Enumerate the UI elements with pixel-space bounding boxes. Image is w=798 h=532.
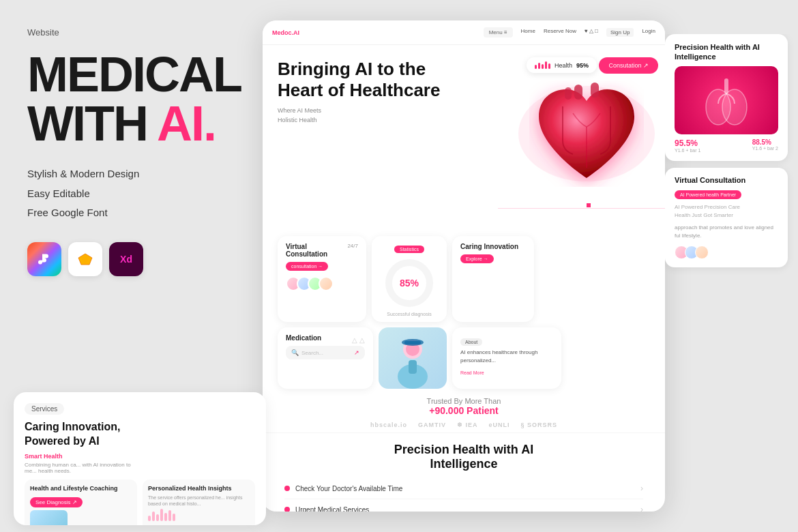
personalized-health-card: Personalized Health Insights The service… [143,479,255,525]
stat-label: Successful diagnosis [379,312,440,316]
search-placeholder: Search... [301,350,323,356]
brand-logo-2: GAMTIV [418,422,446,428]
right-avatar-3 [695,246,709,259]
features-list: Stylish & Modern Design Easy Editable Fr… [27,164,239,223]
stat-row: 95.5% Y1.6 + bar 1 88.5% Y1.6 + bar 2 [675,138,778,153]
stat-label-2: Y1.6 + bar 2 [752,146,778,151]
hero-section: Bringing AI to the Heart of Healthcare W… [263,45,665,229]
feature-item-2: Easy Editable [27,184,239,204]
doctor-image-card [379,327,447,389]
virtual-consultation-card: Virtual Consultation 24/7 consultation → [278,236,366,322]
avatar-4 [319,276,334,291]
tools-row: Xd [27,242,239,276]
precision-title: Precision Health with AI Intelligence [278,443,650,471]
precision-section: Precision Health with AI Intelligence Ch… [263,432,665,512]
website-label: Website [27,27,239,38]
vc-badge: 24/7 [347,243,358,249]
right-panel: Precision Health with AI Intelligence 95… [665,34,798,498]
trusted-section: Trusted By More Than +90.000 Patient hbs… [263,389,665,432]
precision-item-1: Check Your Doctor's Available Time › [284,478,643,499]
mini-chart [148,507,250,521]
svg-rect-4 [565,87,572,100]
svg-rect-11 [409,360,417,374]
nav-login[interactable]: Login [642,28,655,37]
brand-logo-1: hbscale.io [370,422,407,428]
medication-card: Medication △ △ 🔍 Search... ↗ [278,327,373,389]
med-title: Medication [286,334,321,342]
right-avatar-row [675,246,778,259]
svg-rect-2 [574,85,582,100]
browser-nav: Medoc.AI Menu ≡ Home Reserve Now ♥ △ □ S… [263,20,665,45]
sketch-icon[interactable] [68,242,102,276]
bottom-card-title: Caring Innovation,Powered by AI [25,420,255,449]
right-precision-card: Precision Health with AI Intelligence 95… [665,34,788,161]
arrow-icon-1: › [640,484,643,493]
bottom-card-desc: Combining human ca... with AI innovation… [25,462,140,474]
title-with: WITH [27,99,147,148]
consult-btn-small[interactable]: consultation → [286,262,328,271]
right-precision-title: Precision Health with AI Intelligence [675,42,778,62]
feature-item-3: Free Google Font [27,203,239,223]
brand-logo-3: ❄ IEA [457,422,478,428]
stat-label-1: Y1.6 + bar 1 [675,148,700,153]
svg-point-15 [722,89,747,125]
inn-title: Caring Innovation [460,243,526,250]
right-ai-pill: AI Powered health Partner [675,190,741,199]
bottom-cards-inner-row: Health and Lifestyle Coaching See Diagno… [25,479,255,525]
nav-links: Home Reserve Now ♥ △ □ Sign Up Login [521,28,655,37]
main-browser: Medoc.AI Menu ≡ Home Reserve Now ♥ △ □ S… [263,20,665,512]
brand-logos-row: hbscale.io GAMTIV ❄ IEA eUNLI § SORSRS [278,422,650,428]
title-medical: MEDICAL [27,50,239,99]
search-bar[interactable]: 🔍 Search... ↗ [286,346,365,359]
cards-row-2: Medication △ △ 🔍 Search... ↗ [263,327,665,389]
bottom-left-card: Services Caring Innovation,Powered by AI… [14,392,266,525]
ai-desc: AI enhances healthcare through personali… [460,349,553,365]
nav-home[interactable]: Home [521,28,535,37]
xd-icon[interactable]: Xd [109,242,143,276]
svg-rect-13 [404,341,421,344]
feature-item-1: Stylish & Modern Design [27,164,239,184]
health-img [30,510,68,525]
stat-val-1: 95.5% [675,138,700,148]
stat-val-2: 88.5% [752,138,778,146]
health-coaching-card: Health and Lifestyle Coaching See Diagno… [25,479,137,525]
right-vc-card: Virtual Consultation AI Powered health P… [665,168,788,267]
vc-title: Virtual Consultation [286,243,347,258]
stats-badge: Statistics [394,246,424,253]
ai-read-more[interactable]: Read More [460,370,484,375]
statistics-card: Statistics 85% Successful diagnosis [372,236,447,322]
svg-rect-16 [724,78,728,93]
figma-icon[interactable] [27,242,61,276]
health-coaching-title: Health and Lifestyle Coaching [30,485,132,492]
svg-rect-3 [591,83,599,98]
ai-badge: About [460,338,482,346]
nav-reserve[interactable]: Reserve Now [544,28,576,37]
brand-name: Medoc.AI [272,29,299,36]
inn-explore-btn[interactable]: Explore → [460,254,494,263]
right-vc-desc1: AI Powered Precision Care Health Just Go… [675,203,778,220]
see-diagnosis-btn[interactable]: See Diagnosis ↗ [30,497,83,507]
services-badge: Services [25,403,64,415]
svg-text:85%: 85% [400,278,419,289]
personalized-desc: The service offers personalized he... in… [148,494,250,508]
donut-chart: 85% [382,256,437,310]
personalized-title: Personalized Health Insights [148,485,250,492]
right-vc-desc2: approach that promotes and love aligned … [675,224,778,240]
heart-area [501,52,665,243]
bottom-smart-health: Smart Health [25,453,255,460]
ai-info-card: About AI enhances healthcare through per… [452,327,561,389]
title-ai: AI. [157,99,216,148]
trusted-title: Trusted By More Than [278,397,650,405]
nav-signup[interactable]: Sign Up [606,28,634,37]
brand-logo-4: eUNLI [489,422,510,428]
precision-item-2: Urgent Medical Services › [284,499,643,512]
hero-title: Bringing AI to the Heart of Healthcare [278,59,496,101]
caring-innovation-card: Caring Innovation Explore → [452,236,534,322]
cards-row-1: Virtual Consultation 24/7 consultation →… [263,236,665,322]
right-vc-title: Virtual Consultation [675,176,778,184]
lung-image [675,66,778,134]
avatars [286,276,358,291]
nav-icons: ♥ △ □ [585,28,598,37]
nav-menu-btn[interactable]: Menu ≡ [484,27,513,38]
arrow-icon-2: › [640,505,643,512]
